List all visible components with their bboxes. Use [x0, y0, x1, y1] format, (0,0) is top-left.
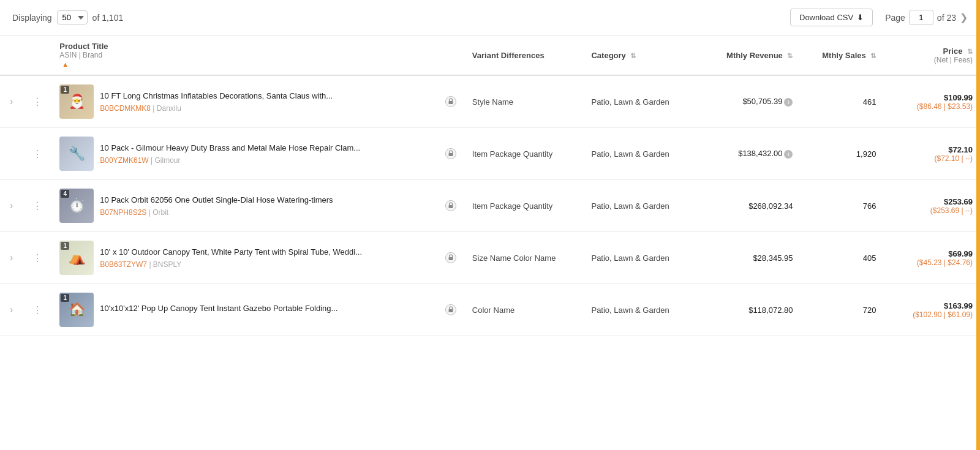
price-sub: ($102.90 | $61.09)	[891, 310, 973, 319]
product-cell: ⏱️ 4 10 Pack Orbit 62056 One Outlet Sing…	[52, 180, 437, 232]
product-details: 10 Pack - Gilmour Heavy Duty Brass and M…	[100, 143, 360, 165]
price-cell: $69.99 ($45.23 | $24.76)	[883, 232, 980, 284]
row-menu-button[interactable]: ⋮	[30, 199, 45, 213]
product-meta: B0B63TZYW7 | BNSPLY	[100, 260, 362, 269]
category-cell: Patio, Lawn & Garden	[584, 232, 696, 284]
col-product-title-sub: ASIN | Brand	[59, 51, 429, 59]
product-meta: B00YZMK61W | Gilmour	[100, 156, 360, 165]
pagination-area: Page of 23 ❯	[885, 10, 968, 25]
category-cell: Patio, Lawn & Garden	[584, 180, 696, 232]
row-menu-button[interactable]: ⋮	[30, 251, 45, 265]
col-price[interactable]: Price ⇅ (Net | Fees)	[883, 36, 980, 75]
top-bar: Displaying 50 25 100 of 1,101 Download C…	[0, 0, 980, 36]
price-main: $163.99	[891, 301, 973, 310]
page-input[interactable]	[909, 10, 933, 25]
thumb-badge: 1	[61, 86, 69, 94]
sales-value: 766	[863, 201, 876, 211]
revenue-info-icon[interactable]: i	[784, 150, 793, 159]
page-label: Page	[885, 13, 905, 23]
product-asin[interactable]: B0B63TZYW7	[100, 260, 147, 269]
row-menu-button[interactable]: ⋮	[30, 303, 45, 317]
price-sub: ($72.10 | --)	[891, 154, 973, 163]
download-csv-button[interactable]: Download CSV ⬇	[790, 9, 873, 26]
revenue-info-icon[interactable]: i	[784, 98, 793, 107]
row-menu-button[interactable]: ⋮	[30, 95, 45, 109]
expand-button[interactable]: ›	[7, 95, 15, 108]
revenue-value: $50,705.39	[742, 97, 782, 106]
expand-button[interactable]: ›	[7, 251, 15, 264]
lock-button[interactable]	[444, 251, 458, 264]
product-asin[interactable]: B0BCDMKMK8	[100, 104, 151, 113]
variant-cell: Color Name	[465, 284, 584, 336]
price-sub: ($86.46 | $23.53)	[891, 102, 973, 111]
table-row: ›⋮ 🏠 1 10'x10'x12' Pop Up Canopy Tent In…	[0, 284, 980, 336]
col-price-label: Price	[943, 47, 963, 56]
table-body: ›⋮ 🎅 1 10 FT Long Christmas Inflatables …	[0, 75, 980, 336]
variant-cell: Item Package Quantity	[465, 128, 584, 180]
price-main: $72.10	[891, 145, 973, 154]
col-category-label: Category	[591, 51, 625, 60]
product-details: 10 Pack Orbit 62056 One Outlet Single-Di…	[100, 195, 333, 217]
expand-cell: ›	[0, 75, 23, 128]
lock-button[interactable]	[444, 303, 458, 317]
product-details: 10'x10'x12' Pop Up Canopy Tent Instant G…	[100, 303, 337, 317]
expand-cell: ›	[0, 232, 23, 284]
svg-rect-3	[448, 153, 453, 156]
col-sales[interactable]: Mthly Sales ⇅	[800, 36, 883, 75]
row-menu-button[interactable]: ⋮	[30, 147, 45, 161]
expand-cell: ›	[0, 284, 23, 336]
sales-value: 405	[863, 253, 876, 263]
product-asin[interactable]: B07NPH8S2S	[100, 208, 146, 217]
lock-button[interactable]	[444, 199, 458, 212]
col-revenue-label: Mthly Revenue	[726, 51, 783, 60]
product-thumb-wrap: ⏱️ 4	[59, 189, 94, 223]
revenue-value: $28,345.95	[753, 253, 793, 263]
price-main: $109.99	[891, 93, 973, 102]
sales-cell: 461	[800, 75, 883, 128]
product-brand: | BNSPLY	[149, 260, 181, 269]
price-sub: ($45.23 | $24.76)	[891, 258, 973, 267]
revenue-value: $268,092.34	[748, 201, 793, 211]
col-revenue-sort-icon: ⇅	[787, 52, 793, 60]
download-icon: ⬇	[857, 13, 864, 22]
product-asin[interactable]: B00YZMK61W	[100, 156, 148, 165]
top-bar-left: Displaying 50 25 100 of 1,101	[12, 10, 123, 24]
revenue-cell: $268,092.34	[696, 180, 801, 232]
col-sales-label: Mthly Sales	[822, 51, 866, 60]
expand-button[interactable]: ›	[7, 199, 15, 212]
col-product-title-label: Product Title	[59, 42, 108, 51]
total-count: 1,101	[102, 13, 123, 23]
expand-button[interactable]: ›	[7, 303, 15, 317]
lock-icon	[445, 304, 456, 315]
product-cell: 🏠 1 10'x10'x12' Pop Up Canopy Tent Insta…	[52, 284, 437, 336]
price-main: $69.99	[891, 249, 973, 258]
revenue-value: $138,432.00	[738, 149, 782, 158]
col-price-sub: (Net | Fees)	[891, 56, 973, 64]
lock-button[interactable]	[444, 95, 458, 108]
lock-icon	[445, 96, 456, 107]
col-revenue[interactable]: Mthly Revenue ⇅	[696, 36, 801, 75]
table-header-row: Product Title ASIN | Brand ▲ Variant Dif…	[0, 36, 980, 75]
per-page-select[interactable]: 50 25 100	[57, 10, 88, 24]
price-cell: $163.99 ($102.90 | $61.09)	[883, 284, 980, 336]
menu-cell: ⋮	[23, 232, 52, 284]
sort-asc-icon: ▲	[62, 61, 69, 68]
product-cell: 🔧 10 Pack - Gilmour Heavy Duty Brass and…	[52, 128, 437, 180]
next-page-icon[interactable]: ❯	[960, 12, 968, 23]
col-product-title[interactable]: Product Title ASIN | Brand ▲	[52, 36, 437, 75]
sales-cell: 1,920	[800, 128, 883, 180]
table-row: ›⋮ 🎅 1 10 FT Long Christmas Inflatables …	[0, 75, 980, 128]
lock-button[interactable]	[444, 147, 458, 160]
download-csv-label: Download CSV	[799, 13, 853, 22]
product-title: 10 FT Long Christmas Inflatables Decorat…	[100, 91, 333, 102]
variant-cell: Item Package Quantity	[465, 180, 584, 232]
table-wrapper: Product Title ASIN | Brand ▲ Variant Dif…	[0, 36, 980, 336]
sales-value: 720	[863, 306, 876, 315]
lock-icon	[445, 148, 456, 159]
menu-cell: ⋮	[23, 180, 52, 232]
variant-cell: Style Name	[465, 75, 584, 128]
product-thumb-wrap: ⛺ 1	[59, 241, 94, 275]
table-row: ›⋮ ⏱️ 4 10 Pack Orbit 62056 One Outlet S…	[0, 180, 980, 232]
col-category[interactable]: Category ⇅	[584, 36, 696, 75]
product-title: 10 Pack - Gilmour Heavy Duty Brass and M…	[100, 143, 360, 154]
